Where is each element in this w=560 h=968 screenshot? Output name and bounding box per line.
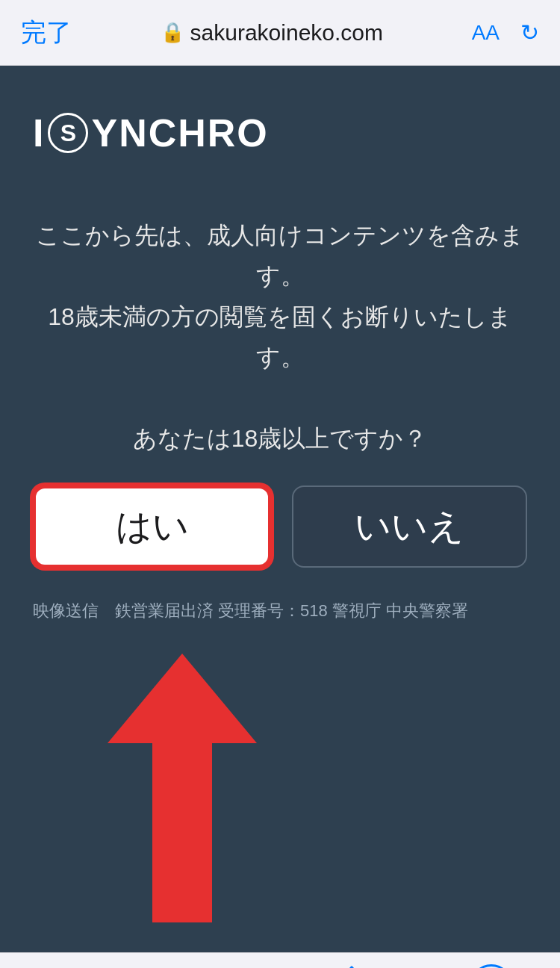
logo-s: S <box>60 120 76 147</box>
no-button[interactable]: いいえ <box>292 485 527 568</box>
arrow-body <box>152 743 212 922</box>
reload-icon[interactable]: ↻ <box>520 19 539 46</box>
buttons-row: はい いいえ <box>33 485 527 568</box>
lock-icon: 🔒 <box>161 21 184 44</box>
logo-synchro: YNCHRO <box>91 111 268 155</box>
forward-button[interactable] <box>189 963 234 968</box>
share-button[interactable] <box>329 963 374 968</box>
big-red-arrow <box>108 654 257 922</box>
aa-button[interactable]: AA <box>472 21 500 45</box>
logo: I S YNCHRO <box>33 111 527 155</box>
footer-note: 映像送信 鉄営業届出済 受理番号：518 警視庁 中央警察署 <box>33 598 527 624</box>
warning-section: ここから先は、成人向けコンテンツを含みます。 18歳未満の方の閲覧を固くお断りい… <box>33 215 527 378</box>
logo-area: I S YNCHRO <box>33 111 527 155</box>
browser-bottom-bar <box>0 952 560 968</box>
yes-button[interactable]: はい <box>33 485 271 568</box>
age-question: あなたは18歳以上ですか？ <box>33 423 527 456</box>
url-text: sakurakoineko.com <box>190 20 383 46</box>
arrow-indicator <box>33 654 527 922</box>
browser-top-bar: 完了 🔒 sakurakoineko.com AA ↻ <box>0 0 560 66</box>
main-content: I S YNCHRO ここから先は、成人向けコンテンツを含みます。 18歳未満の… <box>0 66 560 952</box>
logo-circle-s: S <box>48 113 88 153</box>
logo-i: I <box>33 111 45 155</box>
done-button[interactable]: 完了 <box>21 16 72 50</box>
back-button[interactable] <box>48 963 93 968</box>
arrow-head <box>108 654 257 743</box>
url-bar[interactable]: 🔒 sakurakoineko.com <box>161 20 383 46</box>
bookmarks-button[interactable] <box>470 964 512 968</box>
browser-actions: AA ↻ <box>472 19 539 46</box>
warning-text-line1: ここから先は、成人向けコンテンツを含みます。 <box>33 215 527 297</box>
warning-text-line2: 18歳未満の方の閲覧を固くお断りいたします。 <box>33 297 527 378</box>
